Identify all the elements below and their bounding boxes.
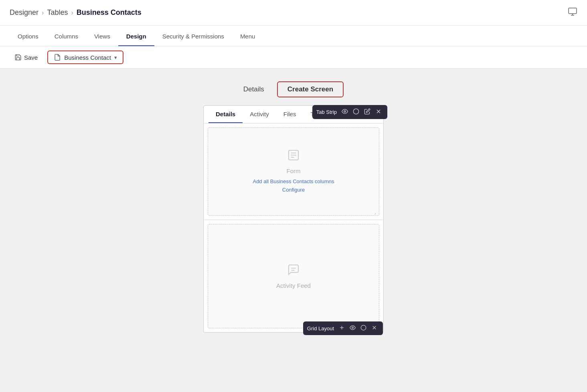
canvas-tab-details[interactable]: Details [208, 106, 243, 123]
svg-rect-0 [569, 8, 577, 14]
svg-point-14 [361, 325, 366, 330]
tab-strip-label: Tab Strip [316, 109, 337, 115]
topbar: Designer › Tables › Business Contacts [0, 0, 587, 26]
tab-menu[interactable]: Menu [232, 27, 263, 46]
save-button[interactable]: Save [10, 51, 43, 63]
doc-selector[interactable]: Business Contact ▾ [47, 51, 123, 64]
canvas-form-area[interactable]: Form Add all Business Contacts columns C… [208, 127, 379, 216]
tab-columns[interactable]: Columns [47, 27, 86, 46]
form-label: Form [287, 168, 301, 174]
save-icon [14, 54, 22, 61]
svg-point-2 [353, 109, 358, 114]
svg-point-13 [352, 327, 354, 329]
area-separator [204, 220, 383, 220]
svg-point-1 [344, 111, 346, 112]
breadcrumb-sep-1: › [42, 9, 44, 16]
breadcrumb-current: Business Contacts [77, 8, 142, 17]
main-content: Details Create Screen Details Activity F… [0, 69, 587, 392]
canvas-activity-area[interactable]: Activity Feed Grid Layout [208, 224, 379, 328]
breadcrumb-tables[interactable]: Tables [47, 8, 68, 17]
resize-handle-form[interactable]: ⌟ [374, 210, 378, 214]
close-icon[interactable] [374, 107, 383, 117]
tab-details-screen[interactable]: Details [243, 83, 264, 96]
canvas-tab-strip: Details Activity Files Tasks Tab Strip [204, 106, 383, 123]
form-icon [287, 149, 300, 164]
canvas-wrapper: Details Activity Files Tasks Tab Strip [203, 105, 384, 333]
monitor-icon[interactable] [568, 7, 577, 18]
tab-views[interactable]: Views [86, 27, 118, 46]
eye-icon-grid[interactable] [348, 324, 357, 333]
plus-icon[interactable] [337, 324, 346, 333]
breadcrumb: Designer › Tables › Business Contacts [10, 8, 142, 17]
grid-layout-label: Grid Layout [307, 325, 334, 331]
breadcrumb-sep-2: › [71, 9, 73, 16]
doc-selector-label: Business Contact [64, 54, 111, 61]
activity-feed-label: Activity Feed [276, 282, 311, 289]
screen-tabs: Details Create Screen [243, 81, 344, 97]
eye-icon[interactable] [340, 107, 350, 117]
close-icon-grid[interactable] [370, 324, 379, 333]
tab-options[interactable]: Options [10, 27, 47, 46]
tab-design[interactable]: Design [118, 27, 154, 46]
breadcrumb-designer[interactable]: Designer [10, 8, 38, 17]
doc-icon [54, 54, 61, 61]
toolbar: Save Business Contact ▾ [0, 46, 587, 69]
circle-icon-grid[interactable] [359, 324, 368, 333]
pencil-icon[interactable] [362, 107, 372, 117]
circle-icon[interactable] [351, 107, 361, 117]
chevron-down-icon: ▾ [114, 55, 117, 61]
grid-layout-toolbar: Grid Layout [303, 321, 383, 335]
save-label: Save [24, 54, 38, 61]
form-add-columns-link[interactable]: Add all Business Contacts columns Config… [253, 178, 334, 194]
nav-tabs: Options Columns Views Design Security & … [0, 26, 587, 46]
activity-feed-icon [287, 263, 300, 279]
canvas-tab-files[interactable]: Files [276, 106, 304, 123]
tab-strip-toolbar: Tab Strip [312, 105, 387, 119]
canvas-tab-activity[interactable]: Activity [243, 106, 276, 123]
tab-security-permissions[interactable]: Security & Permissions [154, 27, 232, 46]
tab-create-screen[interactable]: Create Screen [277, 81, 344, 97]
